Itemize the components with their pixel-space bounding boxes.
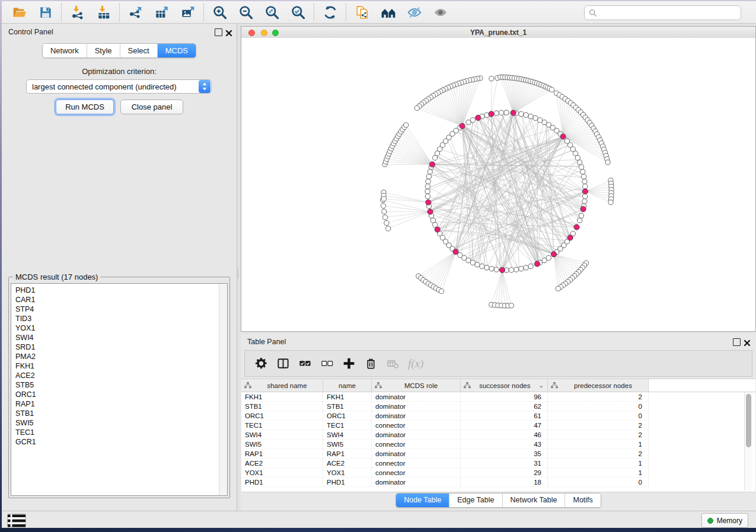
tab-edge-table[interactable]: Edge Table xyxy=(449,493,502,507)
cell-shared-name: ACE2 xyxy=(241,459,323,468)
cell-name: SWI4 xyxy=(323,430,372,440)
task-history-button[interactable] xyxy=(7,514,26,527)
unselect-all-columns-icon[interactable] xyxy=(319,356,334,371)
cell-shared-name: RAP1 xyxy=(241,449,323,459)
table-toolbar: f(x) xyxy=(244,350,752,377)
function-builder-icon: f(x) xyxy=(407,356,423,371)
mcds-result-item[interactable]: FKH1 xyxy=(11,361,219,371)
cell-name: RAP1 xyxy=(323,449,372,459)
table-scrollbar[interactable] xyxy=(744,392,752,491)
apply-preferred-layout-icon[interactable] xyxy=(323,5,338,20)
import-table-from-file-icon[interactable] xyxy=(96,5,111,20)
table-row[interactable]: ACE2ACE2connector311 xyxy=(241,459,755,468)
network-window-titlebar[interactable]: YPA_prune.txt_1 xyxy=(241,27,755,39)
network-canvas[interactable] xyxy=(241,38,755,331)
table-row[interactable]: ORC1ORC1dominator610 xyxy=(241,411,755,421)
select-stepper-icon xyxy=(199,80,210,93)
mcds-result-item[interactable]: STP4 xyxy=(11,305,219,314)
zoom-fit-icon[interactable] xyxy=(264,5,280,20)
save-session-icon[interactable] xyxy=(38,5,53,20)
tab-network[interactable]: Network xyxy=(43,44,87,57)
control-panel: Control Panel NetworkStyleSelectMCDS Opt… xyxy=(2,24,237,511)
memory-status-icon xyxy=(707,518,713,524)
node-table[interactable]: shared namenameMCDS rolesuccessor nodes⌄… xyxy=(241,379,755,492)
mcds-list-scrollbar[interactable] xyxy=(219,284,227,495)
export-image-icon[interactable] xyxy=(180,5,196,20)
hide-selected-icon[interactable] xyxy=(407,5,422,20)
mcds-result-item[interactable]: YOX1 xyxy=(11,323,219,333)
mcds-result-item[interactable]: GCR1 xyxy=(11,437,219,447)
search-input[interactable] xyxy=(600,8,741,18)
mcds-result-list: PHD1CAR1STP4TID3YOX1SWI4SRD1PMA2FKH1ACE2… xyxy=(11,286,219,495)
table-row[interactable]: PHD1PHD1dominator180 xyxy=(241,477,755,487)
mcds-result-item[interactable]: TID3 xyxy=(11,314,219,323)
close-table-panel-icon[interactable] xyxy=(744,338,751,345)
table-row[interactable]: SWI4SWI4dominator462 xyxy=(241,430,755,440)
mcds-result-item[interactable]: PMA2 xyxy=(11,352,219,361)
mcds-result-item[interactable]: ORC1 xyxy=(11,390,219,399)
mcds-result-item[interactable]: STB1 xyxy=(11,409,219,418)
table-mode-gear-icon[interactable] xyxy=(253,356,269,371)
tab-motifs[interactable]: Motifs xyxy=(564,493,600,507)
show-all-icon[interactable] xyxy=(433,5,448,20)
zoom-selected-icon[interactable] xyxy=(291,5,306,20)
optimization-criterion-select[interactable]: largest connected component (undirected) xyxy=(26,79,212,94)
control-panel-tabs: NetworkStyleSelectMCDS xyxy=(2,43,237,58)
run-mcds-button[interactable]: Run MCDS xyxy=(56,100,114,114)
table-row[interactable]: FKH1FKH1dominator962 xyxy=(241,392,755,402)
close-panel-icon[interactable] xyxy=(225,28,232,36)
column-header-shared-name[interactable]: shared name xyxy=(241,379,323,392)
table-row[interactable]: RAP1RAP1dominator352 xyxy=(241,449,755,459)
table-panel-title: Table Panel xyxy=(247,338,286,346)
float-table-panel-icon[interactable] xyxy=(733,338,741,346)
export-table-icon[interactable] xyxy=(154,5,170,20)
mcds-result-item[interactable]: CAR1 xyxy=(11,295,219,305)
tab-mcds[interactable]: MCDS xyxy=(157,44,196,57)
table-row[interactable]: YOX1YOX1connector291 xyxy=(241,468,755,477)
create-new-column-icon[interactable] xyxy=(341,356,356,371)
mcds-result-item[interactable]: ACE2 xyxy=(11,371,219,380)
mcds-result-item[interactable]: SWI5 xyxy=(11,418,219,428)
zoom-out-icon[interactable] xyxy=(238,5,254,20)
table-row[interactable]: STB1STB1dominator620 xyxy=(241,402,755,411)
network-graph[interactable] xyxy=(241,38,755,331)
mcds-result-listbox[interactable]: PHD1CAR1STP4TID3YOX1SWI4SRD1PMA2FKH1ACE2… xyxy=(11,283,228,496)
export-network-icon[interactable] xyxy=(128,5,143,20)
mcds-result-item[interactable]: SWI4 xyxy=(11,333,219,342)
mcds-result-item[interactable]: RAP1 xyxy=(11,399,219,409)
cell-predecessor-nodes: 0 xyxy=(548,411,649,421)
tab-select[interactable]: Select xyxy=(120,44,157,57)
search-box[interactable] xyxy=(584,5,741,20)
memory-button[interactable]: Memory xyxy=(701,513,748,528)
cell-name: SWI5 xyxy=(323,440,372,449)
mcds-result-item[interactable]: TEC1 xyxy=(11,428,219,437)
tab-network-table[interactable]: Network Table xyxy=(502,493,565,507)
zoom-in-icon[interactable] xyxy=(212,5,228,20)
select-all-columns-icon[interactable] xyxy=(297,356,312,371)
close-panel-button[interactable]: Close panel xyxy=(120,100,183,114)
mcds-result-item[interactable]: STB5 xyxy=(11,380,219,390)
sort-descending-icon[interactable]: ⌄ xyxy=(539,382,544,389)
duplicate-network-icon[interactable] xyxy=(355,5,370,20)
tab-node-table[interactable]: Node Table xyxy=(396,493,449,507)
column-header-MCDS-role[interactable]: MCDS role xyxy=(372,379,461,392)
mcds-result-item[interactable]: PHD1 xyxy=(11,286,219,295)
first-neighbors-icon[interactable] xyxy=(381,5,396,20)
column-header-successor-nodes[interactable]: successor nodes⌄ xyxy=(461,379,548,392)
import-network-from-file-icon[interactable] xyxy=(70,5,85,20)
tab-style[interactable]: Style xyxy=(87,44,120,57)
mcds-result-item[interactable]: SRD1 xyxy=(11,342,219,352)
float-panel-icon[interactable] xyxy=(215,28,222,36)
open-file-icon[interactable] xyxy=(12,5,27,20)
show-column-panel-icon[interactable] xyxy=(275,356,291,371)
toolbar-icon-groups xyxy=(7,4,454,21)
cell-shared-name: STB1 xyxy=(241,402,323,411)
table-row[interactable]: SWI5SWI5connector431 xyxy=(241,440,755,449)
column-header-name[interactable]: name xyxy=(323,379,372,392)
table-scrollbar-thumb[interactable] xyxy=(746,394,751,447)
table-row[interactable]: TEC1TEC1connector472 xyxy=(241,421,755,430)
cell-successor-nodes: 31 xyxy=(461,459,548,468)
table-panel-tabs: Node TableEdge TableNetwork TableMotifs xyxy=(241,493,756,508)
column-header-predecessor-nodes[interactable]: predecessor nodes xyxy=(548,379,649,392)
delete-columns-icon[interactable] xyxy=(363,356,378,371)
